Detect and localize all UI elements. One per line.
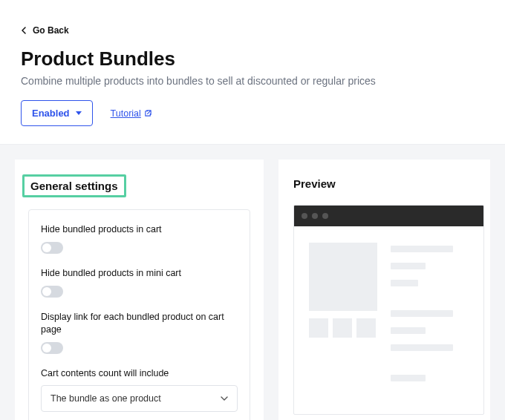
select-cart-count[interactable]: The bundle as one product: [41, 385, 238, 412]
toggle-hide-in-minicart[interactable]: [41, 286, 63, 298]
preview-line: [391, 310, 453, 317]
setting-label: Display link for each bundled product on…: [41, 311, 238, 336]
preview-frame: [293, 205, 484, 415]
setting-display-link: Display link for each bundled product on…: [41, 311, 238, 354]
header-card: Go Back Product Bundles Combine multiple…: [0, 0, 505, 145]
preview-main-thumb: [309, 243, 377, 311]
enabled-dropdown-button[interactable]: Enabled: [21, 100, 93, 126]
preview-small-thumb: [356, 318, 376, 338]
go-back-label: Go Back: [33, 25, 69, 36]
chevron-down-icon: [221, 395, 228, 402]
preview-line: [391, 327, 426, 334]
settings-box: Hide bundled products in cart Hide bundl…: [28, 209, 250, 420]
preview-line: [391, 375, 426, 381]
preview-line: [391, 246, 453, 252]
preview-body: [294, 226, 483, 414]
caret-down-icon: [76, 111, 82, 115]
external-link-icon: [144, 109, 152, 117]
window-dot-icon: [312, 213, 318, 219]
toggle-display-link[interactable]: [41, 342, 63, 354]
setting-label: Hide bundled products in cart: [41, 223, 238, 236]
preview-column: Preview: [278, 160, 490, 420]
preview-small-thumb: [333, 318, 352, 338]
setting-hide-in-minicart: Hide bundled products in mini cart: [41, 267, 238, 298]
preview-small-thumb: [309, 318, 328, 338]
general-settings-heading: General settings: [22, 174, 126, 197]
select-value: The bundle as one product: [50, 393, 161, 404]
window-dot-icon: [302, 213, 307, 219]
preview-line: [391, 263, 426, 269]
arrow-left-icon: [21, 27, 28, 34]
preview-thumbs: [309, 243, 377, 392]
preview-titlebar: [294, 206, 483, 226]
setting-label: Hide bundled products in mini cart: [41, 267, 238, 280]
setting-hide-in-cart: Hide bundled products in cart: [41, 223, 238, 254]
settings-column: General settings Hide bundled products i…: [15, 160, 264, 420]
preview-line: [391, 344, 453, 351]
tutorial-link[interactable]: Tutorial: [111, 108, 152, 119]
preview-lines: [391, 243, 469, 392]
preview-heading: Preview: [293, 174, 484, 193]
window-dot-icon: [322, 213, 328, 219]
content-columns: General settings Hide bundled products i…: [0, 145, 505, 420]
setting-cart-count: Cart contents count will include The bun…: [41, 367, 238, 413]
page-subtitle: Combine multiple products into bundles t…: [21, 75, 484, 87]
toggle-hide-in-cart[interactable]: [41, 242, 63, 254]
preview-line: [391, 280, 418, 286]
preview-small-thumbs: [309, 318, 377, 338]
go-back-button[interactable]: Go Back: [21, 25, 69, 36]
tutorial-label: Tutorial: [111, 108, 141, 119]
page-title: Product Bundles: [21, 47, 484, 70]
enabled-label: Enabled: [32, 108, 70, 119]
setting-label: Cart contents count will include: [41, 367, 238, 380]
header-actions: Enabled Tutorial: [21, 100, 484, 126]
